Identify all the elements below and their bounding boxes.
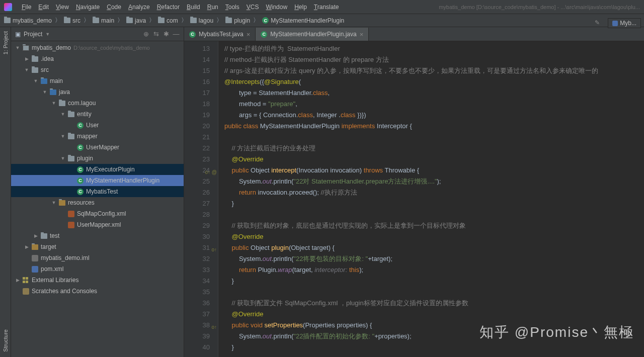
code-line[interactable]: public void setProperties(Properties pro… <box>224 320 644 331</box>
code-line[interactable]: method = "prepare", <box>224 99 644 110</box>
highlight-icon[interactable]: ✎ <box>595 19 603 27</box>
gutter-mark-icon[interactable]: o↑ <box>211 244 217 255</box>
code-line[interactable]: @Override <box>224 231 644 242</box>
line-number[interactable]: 37 <box>184 309 210 320</box>
tree-item-mybatis_demo-iml[interactable]: mybatis_demo.iml <box>11 252 184 263</box>
tree-twisty-icon[interactable]: ▼ <box>60 112 65 117</box>
line-number[interactable]: 20 <box>184 121 210 132</box>
line-number[interactable]: 18 <box>184 99 210 110</box>
code-line[interactable]: public Object intercept(Invocation invoc… <box>224 165 644 176</box>
code-line[interactable]: // args-这是拦截对应方法 query 的入参，按顺序写到这，不要多也不要… <box>224 65 644 76</box>
code-line[interactable]: System.out.println("22对 StatementHandler… <box>224 176 644 187</box>
line-number[interactable]: 22 <box>184 143 210 154</box>
line-number[interactable]: 17 <box>184 87 210 99</box>
crumb-plugin[interactable]: plugin <box>225 17 250 24</box>
gear-icon[interactable]: ✱ <box>163 31 170 38</box>
tree-item-target[interactable]: ▶target <box>11 241 184 252</box>
code-line[interactable]: @Intercepts({@Signature( <box>224 76 644 87</box>
menu-refactor[interactable]: Refactor <box>153 2 183 13</box>
line-number[interactable]: 33 <box>184 264 210 276</box>
code-line[interactable]: public Object plugin(Object target) { <box>224 242 644 253</box>
locate-icon[interactable]: ⊕ <box>142 31 149 38</box>
tree-item-external-libraries[interactable]: ▶External Libraries <box>11 275 184 286</box>
line-number[interactable]: 36 <box>184 298 210 309</box>
tree-item-com-lagou[interactable]: ▼com.lagou <box>11 98 184 109</box>
line-number[interactable]: 21 <box>184 132 210 143</box>
code-content[interactable]: // type-拦截的组件为 StatementHandler// method… <box>218 41 644 357</box>
tree-twisty-icon[interactable]: ▶ <box>24 244 29 249</box>
code-line[interactable]: args = { Connection.class, Integer .clas… <box>224 110 644 121</box>
code-line[interactable]: } <box>224 198 644 209</box>
line-number[interactable]: 16 <box>184 76 210 87</box>
tree-twisty-icon[interactable]: ▶ <box>33 233 38 238</box>
tree-item-java[interactable]: ▼java <box>11 86 184 98</box>
code-line[interactable]: type = StatementHandler.class, <box>224 87 644 99</box>
line-number[interactable]: 35 <box>184 287 210 298</box>
code-line[interactable]: } <box>224 276 644 287</box>
crumb-src[interactable]: src <box>64 17 80 24</box>
close-icon[interactable]: × <box>247 31 251 38</box>
code-line[interactable]: // type-拦截的组件为 StatementHandler <box>224 43 644 54</box>
crumb-main[interactable]: main <box>93 17 114 24</box>
tree-twisty-icon[interactable]: ▼ <box>33 78 38 83</box>
code-line[interactable]: @Override <box>224 309 644 320</box>
code-line[interactable]: // 获取到配置文件 SqlMapConfig.xml ，plugin标签对应自… <box>224 298 644 309</box>
close-icon[interactable]: × <box>360 31 364 38</box>
menu-run[interactable]: Run <box>204 2 222 13</box>
line-number[interactable]: 24o↑ @ <box>184 165 210 176</box>
editor-tab-mybatistest-java[interactable]: CMybatisTest.java× <box>184 28 256 41</box>
line-number[interactable]: 34 <box>184 276 210 287</box>
tree-item-mybatistest[interactable]: CMybatisTest <box>11 186 184 197</box>
code-line[interactable]: return invocation.proceed(); //执行原方法 <box>224 187 644 198</box>
menu-edit[interactable]: Edit <box>35 2 52 13</box>
tree-item-entity[interactable]: ▼entity <box>11 109 184 120</box>
tree-item-mapper[interactable]: ▼mapper <box>11 131 184 142</box>
crumb-com[interactable]: com <box>158 17 178 24</box>
menu-analyze[interactable]: Analyze <box>125 2 153 13</box>
code-line[interactable]: return Plugin.wrap(target, interceptor: … <box>224 264 644 276</box>
menu-window[interactable]: Window <box>262 2 291 13</box>
code-line[interactable] <box>224 287 644 298</box>
code-line[interactable]: System.out.println("22插件配置的初始化参数: "+prop… <box>224 331 644 342</box>
tree-twisty-icon[interactable]: ▼ <box>51 101 56 106</box>
line-number[interactable]: 40 <box>184 342 210 353</box>
tree-twisty-icon[interactable]: ▼ <box>60 156 65 161</box>
line-number[interactable]: 30 <box>184 231 210 242</box>
hide-icon[interactable]: — <box>173 31 180 38</box>
line-number[interactable]: 25 <box>184 176 210 187</box>
tree-twisty-icon[interactable]: ▶ <box>15 278 20 283</box>
menu-tools[interactable]: Tools <box>222 2 243 13</box>
editor-tab-mystatementhandlerplugin-java[interactable]: CMyStatementHandlerPlugin.java× <box>256 28 369 41</box>
line-number[interactable]: 39 <box>184 331 210 342</box>
code-area[interactable]: 131415161718192021222324o↑ @252627282930… <box>184 41 644 357</box>
menu-file[interactable]: File <box>18 2 35 13</box>
right-tool-tab[interactable]: Myb... <box>608 18 641 28</box>
menu-vcs[interactable]: VCS <box>243 2 263 13</box>
menu-view[interactable]: View <box>52 2 72 13</box>
menu-navigate[interactable]: Navigate <box>72 2 103 13</box>
collapse-icon[interactable]: ⇆ <box>152 31 159 38</box>
tree-item--idea[interactable]: ▶.idea <box>11 53 184 64</box>
tree-twisty-icon[interactable]: ▼ <box>60 134 65 139</box>
tree-twisty-icon[interactable]: ▼ <box>15 45 20 50</box>
tree-item-mystatementhandlerplugin[interactable]: CMyStatementHandlerPlugin <box>11 175 184 186</box>
line-number[interactable]: 26 <box>184 187 210 198</box>
tree-twisty-icon[interactable]: ▼ <box>51 200 56 205</box>
line-number[interactable]: 31o↑ <box>184 242 210 253</box>
chevron-down-icon[interactable]: ▼ <box>45 32 50 37</box>
project-tree[interactable]: ▼mybatis_demo D:\source_code\mybatis_dem… <box>11 41 184 357</box>
line-number[interactable]: 15 <box>184 65 210 76</box>
menu-help[interactable]: Help <box>291 2 310 13</box>
tree-item-resources[interactable]: ▼resources <box>11 197 184 208</box>
tree-twisty-icon[interactable]: ▶ <box>24 56 29 61</box>
tree-item-src[interactable]: ▼src <box>11 64 184 75</box>
code-line[interactable] <box>224 209 644 220</box>
line-number[interactable]: 19 <box>184 110 210 121</box>
line-number[interactable]: 29 <box>184 220 210 231</box>
tree-twisty-icon[interactable]: ▼ <box>42 90 47 95</box>
tree-twisty-icon[interactable]: ▼ <box>24 67 29 72</box>
tree-item-usermapper-xml[interactable]: UserMapper.xml <box>11 219 184 230</box>
crumb-lagou[interactable]: lagou <box>190 17 213 24</box>
tree-item-plugin[interactable]: ▼plugin <box>11 153 184 164</box>
line-number[interactable]: 14 <box>184 54 210 65</box>
